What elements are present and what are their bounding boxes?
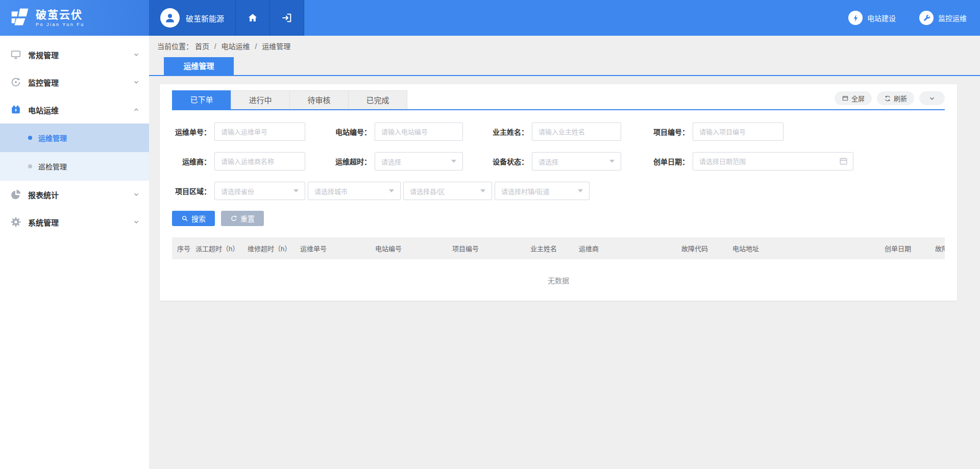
breadcrumb-current: 运维管理: [262, 42, 290, 51]
reset-button[interactable]: 重置: [221, 211, 264, 226]
caret-down-icon: [609, 160, 615, 163]
col-create-date: 创单日期: [885, 243, 935, 253]
owner-name-input[interactable]: [532, 122, 621, 141]
empty-state: 无数据: [172, 259, 945, 285]
sidebar-item-station-ops[interactable]: 电站运维: [0, 96, 149, 124]
user-icon: [163, 11, 177, 24]
sidebar-item-monitoring-management[interactable]: 监控管理: [0, 68, 149, 96]
sign-in-icon: [281, 12, 292, 23]
fullscreen-icon: [842, 95, 849, 102]
breadcrumb-prefix: 当前位置：: [157, 42, 193, 51]
project-no-input[interactable]: [693, 122, 783, 141]
sidebar: 常规管理 监控管理: [0, 36, 149, 469]
status-tab-bar: 已下单 进行中 待审核 已完成 全屏 刷新: [172, 90, 945, 110]
dot-icon: [28, 164, 32, 168]
logout-button[interactable]: [270, 0, 304, 36]
reset-icon: [230, 215, 237, 222]
col-repair-timeout: 维修超时（h）: [248, 243, 300, 253]
field-label: 电站编号：: [305, 127, 371, 137]
county-select[interactable]: 请选择县/区: [403, 182, 492, 200]
sidebar-subitem-inspection-management[interactable]: 巡检管理: [0, 152, 149, 181]
brand-subtitle: Po Jian Yun Fu: [36, 22, 85, 27]
breadcrumb: 当前位置： 首页 / 电站运维 / 运维管理: [157, 41, 980, 51]
caret-down-icon: [480, 189, 485, 192]
search-icon: [181, 215, 188, 222]
active-dot-icon: [28, 136, 32, 140]
col-fault-code: 故障代码: [681, 243, 732, 253]
chevron-up-icon: [133, 106, 140, 113]
monitoring-icon: [10, 77, 21, 88]
caret-down-icon: [451, 160, 456, 163]
breadcrumb-home[interactable]: 首页: [195, 42, 209, 51]
filter-row-2: 运维商： 运维超时： 请选择 设备状态： 请选择 创单日期：: [172, 152, 945, 170]
chevron-down-icon: [928, 95, 936, 102]
field-label: 创单日期：: [621, 156, 689, 166]
device-status-select[interactable]: 请选择: [532, 152, 621, 170]
field-label: 运维商：: [172, 156, 211, 166]
pie-chart-icon: [10, 189, 21, 200]
field-label: 运维单号：: [172, 127, 211, 137]
refresh-button[interactable]: 刷新: [877, 91, 914, 105]
col-fault-clipped: 故障: [935, 243, 945, 253]
tab-in-progress[interactable]: 进行中: [231, 90, 290, 109]
company-name: 破茧新能源: [186, 13, 224, 23]
create-date-range-input[interactable]: [693, 152, 853, 170]
sidebar-item-report-statistics[interactable]: 报表统计: [0, 181, 149, 208]
field-label: 运维超时：: [305, 156, 371, 166]
sidebar-item-general-management[interactable]: 常规管理: [0, 41, 149, 68]
tab-pending-review[interactable]: 待审核: [289, 90, 349, 109]
caret-down-icon: [578, 189, 583, 192]
sidebar-item-system-management[interactable]: 系统管理: [0, 208, 149, 236]
station-ops-icon: [10, 104, 21, 115]
module-station-construction[interactable]: 电站建设: [848, 11, 896, 25]
search-button[interactable]: 搜索: [172, 211, 215, 226]
brand-logo: 破茧云伏 Po Jian Yun Fu: [0, 0, 149, 36]
field-label: 项目区域：: [172, 186, 211, 196]
col-owner-name: 业主姓名: [530, 243, 579, 253]
fullscreen-button[interactable]: 全屏: [835, 91, 872, 105]
calendar-icon: [839, 156, 848, 166]
sidebar-subitem-ops-management[interactable]: 运维管理: [0, 124, 149, 152]
wrench-icon: [922, 14, 931, 22]
col-seq: 序号: [172, 243, 195, 253]
province-select[interactable]: 请选择省份: [214, 182, 305, 200]
breadcrumb-station-ops[interactable]: 电站运维: [222, 42, 250, 51]
refresh-icon: [884, 95, 891, 102]
ops-vendor-input[interactable]: [214, 152, 305, 170]
page-tab-ops-management[interactable]: 运维管理: [164, 57, 234, 75]
table-header: 序号 派工超时（h） 维修超时（h） 运维单号 电站编号 项目编号 业主姓名 运…: [172, 237, 945, 259]
ops-timeout-select[interactable]: 请选择: [375, 152, 463, 170]
col-station-no: 电站编号: [375, 243, 452, 253]
avatar: [160, 8, 180, 28]
create-date-range-picker[interactable]: [693, 152, 853, 170]
user-menu[interactable]: 破茧新能源: [149, 0, 236, 36]
module-label: 电站建设: [867, 13, 896, 23]
field-label: 项目编号：: [621, 127, 689, 137]
home-icon: [247, 12, 258, 23]
gear-icon: [10, 216, 21, 228]
action-buttons: 搜索 重置: [172, 211, 945, 226]
field-label: 设备状态：: [463, 156, 528, 166]
tab-completed[interactable]: 已完成: [348, 90, 407, 109]
chevron-down-icon: [133, 51, 140, 58]
col-project-no: 项目编号: [452, 243, 530, 253]
module-monitoring-ops[interactable]: 监控运维: [919, 11, 967, 25]
city-select[interactable]: 请选择城市: [308, 182, 401, 200]
filter-row-1: 运维单号： 电站编号： 业主姓名： 项目编号：: [172, 122, 945, 141]
content-card: 已下单 进行中 待审核 已完成 全屏 刷新: [160, 84, 957, 301]
breadcrumb-separator: /: [255, 42, 257, 51]
home-button[interactable]: [236, 0, 270, 36]
chevron-down-icon: [133, 218, 140, 226]
field-label: 业主姓名：: [463, 127, 528, 137]
chevron-down-icon: [133, 79, 140, 86]
ops-order-no-input[interactable]: [214, 122, 305, 141]
brand-logo-icon: [8, 6, 32, 30]
monitor-icon: [10, 49, 21, 60]
app-header: 破茧云伏 Po Jian Yun Fu 破茧新能源: [0, 0, 980, 36]
tab-ordered[interactable]: 已下单: [172, 90, 231, 109]
town-select[interactable]: 请选择村镇/街道: [495, 182, 590, 200]
col-station-address: 电站地址: [732, 243, 885, 253]
collapse-button[interactable]: [919, 91, 945, 105]
station-no-input[interactable]: [375, 122, 463, 141]
breadcrumb-separator: /: [214, 42, 216, 51]
